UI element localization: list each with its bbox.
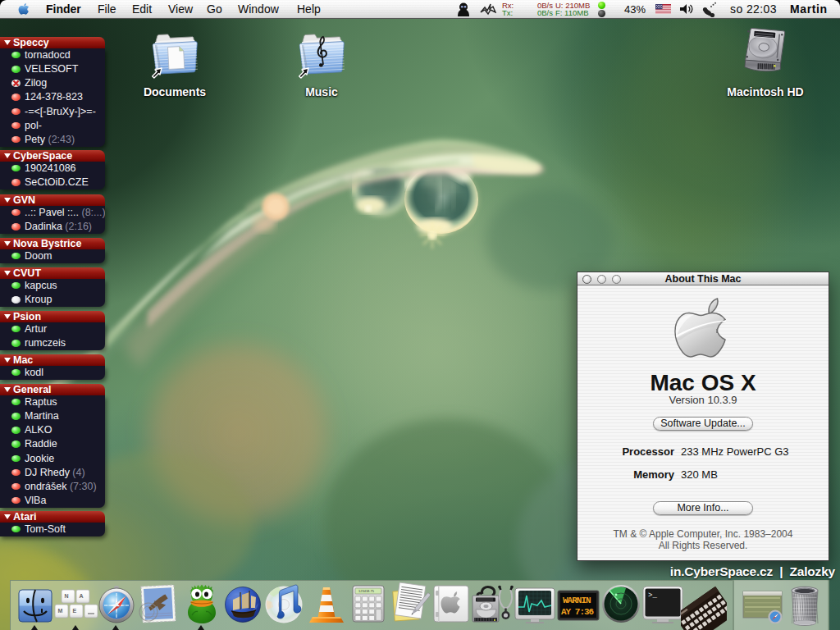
svg-text:WARNIN: WARNIN [563,596,591,605]
svg-text:123418.75: 123418.75 [358,589,375,593]
svg-text:M: M [58,608,63,614]
svg-text:AY 7:36: AY 7:36 [561,607,594,617]
svg-text:E: E [73,608,77,614]
svg-text:>_: >_ [648,591,657,600]
svg-text:N: N [65,593,69,599]
svg-text:A: A [80,593,84,599]
